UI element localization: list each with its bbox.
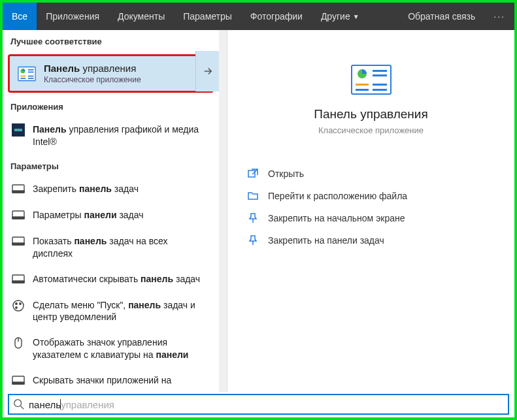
result-label: Закрепить панель задач <box>33 183 210 195</box>
svg-rect-17 <box>12 281 24 283</box>
preview-title: Панель управления <box>246 107 496 121</box>
palette-icon <box>12 299 25 312</box>
result-setting[interactable]: Сделать меню "Пуск", панель задач и цент… <box>3 293 219 331</box>
result-setting[interactable]: Отображать значок управления указателем … <box>3 330 219 368</box>
search-typed-text: панель <box>29 399 61 410</box>
taskbar-icon <box>12 374 25 387</box>
tab-settings[interactable]: Параметры <box>174 3 241 30</box>
result-label: Отображать значок управления указателем … <box>33 336 210 361</box>
open-icon <box>247 168 259 180</box>
result-setting[interactable]: Скрывать значки приложений на <box>3 368 219 392</box>
action-pin-start[interactable]: Закрепить на начальном экране <box>246 207 496 229</box>
result-setting[interactable]: Показать панель задач на всех дисплеях <box>3 229 219 267</box>
result-label: Панель управления графикой и медиа Intel… <box>33 123 210 148</box>
best-match-subtitle: Классическое приложение <box>44 75 204 84</box>
svg-rect-7 <box>28 78 34 79</box>
section-settings: Параметры <box>3 155 219 176</box>
svg-rect-31 <box>356 89 369 91</box>
svg-point-19 <box>16 302 17 304</box>
search-autocomplete-hint: управления <box>61 399 114 410</box>
more-menu-icon[interactable]: ··· <box>484 3 514 30</box>
svg-rect-3 <box>28 71 34 73</box>
best-match-title: Панель управления <box>44 63 204 74</box>
control-panel-icon <box>350 64 392 95</box>
result-label: Показать панель задач на всех дисплеях <box>33 235 210 260</box>
svg-rect-32 <box>373 84 387 86</box>
svg-rect-29 <box>373 74 387 76</box>
preview-subtitle: Классическое приложение <box>246 125 496 135</box>
svg-rect-6 <box>28 75 34 76</box>
pin-icon <box>247 212 259 224</box>
result-setting[interactable]: Параметры панели задач <box>3 202 219 229</box>
best-match-result[interactable]: Панель управления Классическое приложени… <box>8 54 214 93</box>
svg-rect-11 <box>12 191 24 193</box>
feedback-link[interactable]: Обратная связь <box>399 3 484 30</box>
svg-point-21 <box>16 306 17 308</box>
svg-rect-2 <box>28 69 34 71</box>
result-label: Автоматически скрывать панель задач <box>33 273 210 285</box>
pin-icon <box>247 234 259 246</box>
action-open[interactable]: Открыть <box>246 163 496 185</box>
taskbar-icon <box>12 209 25 222</box>
search-icon <box>13 398 25 410</box>
svg-rect-30 <box>356 84 369 86</box>
result-label: Скрывать значки приложений на <box>33 374 210 387</box>
taskbar-icon <box>12 235 25 248</box>
taskbar-icon <box>12 183 25 196</box>
action-pin-taskbar[interactable]: Закрепить на панели задач <box>246 229 496 251</box>
svg-rect-15 <box>12 243 24 245</box>
svg-rect-33 <box>373 89 387 91</box>
result-label: Параметры панели задач <box>33 209 210 221</box>
svg-rect-5 <box>20 78 25 79</box>
preview-panel: Панель управления Классическое приложени… <box>227 30 514 392</box>
svg-rect-9 <box>14 129 22 131</box>
tab-photos[interactable]: Фотографии <box>241 3 312 30</box>
folder-icon <box>247 190 259 202</box>
tab-all[interactable]: Все <box>3 3 37 30</box>
svg-point-18 <box>13 300 24 311</box>
result-label: Сделать меню "Пуск", панель задач и цент… <box>33 299 210 324</box>
search-filter-tabbar: Все Приложения Документы Параметры Фотог… <box>3 3 514 30</box>
control-panel-icon <box>18 65 36 83</box>
svg-point-20 <box>20 302 21 304</box>
taskbar-icon <box>12 273 25 286</box>
search-input[interactable]: панель управления <box>8 394 509 415</box>
result-setting[interactable]: Закрепить панель задач <box>3 176 219 202</box>
result-app-intel[interactable]: Панель управления графикой и медиа Intel… <box>3 117 219 155</box>
section-best-match: Лучшее соответствие <box>3 30 219 52</box>
result-setting[interactable]: Автоматически скрывать панель задач <box>3 267 219 293</box>
results-panel: Лучшее соответствие Панель управления Кл… <box>3 30 227 392</box>
svg-rect-28 <box>373 70 387 72</box>
svg-rect-25 <box>12 382 24 384</box>
intel-icon <box>12 123 25 137</box>
tab-other[interactable]: Другие▼ <box>312 3 369 30</box>
svg-rect-4 <box>20 75 25 76</box>
svg-rect-34 <box>248 170 255 177</box>
section-apps: Приложения <box>3 95 219 117</box>
svg-point-35 <box>14 400 22 407</box>
svg-line-36 <box>21 406 24 410</box>
action-open-location[interactable]: Перейти к расположению файла <box>246 185 496 207</box>
expand-preview-button[interactable] <box>195 51 219 91</box>
tab-apps[interactable]: Приложения <box>37 3 108 30</box>
svg-rect-13 <box>12 217 24 219</box>
chevron-down-icon: ▼ <box>353 13 359 20</box>
mouse-icon <box>12 336 25 349</box>
scrollbar[interactable] <box>219 30 227 392</box>
tab-documents[interactable]: Документы <box>108 3 174 30</box>
